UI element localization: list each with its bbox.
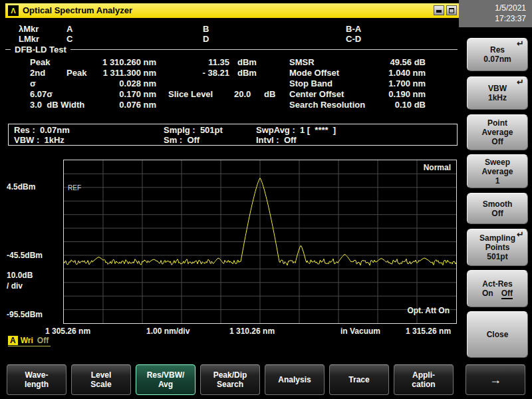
menu-label: Search — [217, 380, 243, 389]
osa-screen: Λ Optical Spectrum Analyzer 1/5/2021 17:… — [0, 0, 532, 399]
window-titlebar[interactable]: Λ Optical Spectrum Analyzer — [5, 3, 459, 18]
sampling-points-button[interactable]: ↵ Sampling Points 501pt — [467, 229, 528, 266]
y-axis-mid-label: -45.5dBm — [7, 251, 43, 260]
menu-application[interactable]: Appli- cation — [394, 364, 454, 395]
analysis-row-sigma: σ 0.028 nm — [30, 78, 309, 89]
button-label: Points — [485, 243, 510, 252]
row-wavelength: 0.170 nm — [50, 89, 156, 99]
point-average-button[interactable]: Point Average Off — [467, 114, 528, 150]
trace-plot — [64, 160, 456, 323]
button-value: 501pt — [487, 252, 507, 261]
wavelength-marker-row: λMkr A B B-A — [19, 24, 451, 34]
on-option[interactable]: On — [482, 289, 493, 298]
ref-level-label: REF — [68, 184, 81, 192]
row-wavelength: 0.076 nm — [50, 100, 156, 110]
marker-b-label: B — [203, 24, 209, 34]
level-marker-row: LMkr C D C-D — [19, 34, 451, 44]
res-setting: Res : 0.07nm — [14, 125, 70, 135]
menu-level-scale[interactable]: Level Scale — [71, 364, 131, 395]
menu-more-button[interactable]: → — [466, 364, 525, 395]
menu-label: cation — [412, 380, 435, 389]
minimize-icon — [436, 10, 442, 13]
recall-arrow-icon: ↵ — [517, 39, 524, 49]
minimize-button[interactable] — [434, 5, 444, 15]
menu-peak-dip-search[interactable]: Peak/Dip Search — [200, 364, 260, 395]
row-wavelength: 1 310.260 nm — [50, 57, 156, 67]
analysis-row-smsr: SMSR 49.56 dB — [289, 57, 429, 68]
close-button[interactable]: Close — [467, 311, 528, 358]
row-value: 0.10 dB — [359, 100, 426, 110]
analysis-row-stop-band: Stop Band 1.700 nm — [289, 78, 429, 89]
analysis-row-center-offset: Center Offset 0.190 nm — [289, 89, 429, 100]
smooth-button[interactable]: Smooth Off — [467, 193, 528, 224]
row-wavelength: 1 311.300 nm — [50, 68, 156, 78]
date-label: 1/5/2021 — [465, 3, 526, 13]
row-value: 1.040 nm — [359, 68, 426, 78]
marker-c-label: C — [66, 34, 72, 44]
optical-attenuator-label: Opt. Att On — [407, 306, 450, 315]
button-label: Sampling — [479, 233, 515, 243]
x-axis-center-label: 1 310.26 nm — [229, 327, 275, 336]
lambda-marker-label: λMkr — [19, 24, 39, 34]
menu-trace[interactable]: Trace — [329, 364, 389, 395]
row-wavelength: 0.028 nm — [50, 78, 156, 88]
marker-readout: λMkr A B B-A LMkr C D C-D — [19, 24, 451, 45]
trace-write-label: Wri — [21, 336, 33, 345]
trace-state-label: Off — [37, 336, 49, 345]
sweep-average-button[interactable]: Sweep Average 1 — [467, 154, 528, 188]
vbw-button[interactable]: ↵ VBW 1kHz — [467, 76, 528, 110]
y-axis-scale-label: 10.0dB — [7, 271, 33, 280]
act-res-button[interactable]: Act-Res OnOff — [467, 270, 528, 307]
analysis-row-6sigma: 6.07σ 0.170 nm Slice Level 20.0 dB — [30, 89, 309, 100]
menu-label: Analysis — [278, 375, 311, 384]
row-label: SMSR — [289, 57, 315, 67]
menu-label: Appli- — [412, 370, 435, 380]
analysis-row-2nd-peak: 2nd Peak 1 311.300 nm - 38.21 dBm — [30, 68, 309, 78]
trace-legend: AWriOff — [8, 336, 51, 346]
button-value: Off — [491, 209, 503, 218]
off-option[interactable]: Off — [501, 289, 513, 299]
sweep-settings-box: Res : 0.07nm Smplg : 501pt SwpAvg : 1 [ … — [8, 124, 458, 146]
analysis-row-search-resolution: Search Resolution 0.10 dB — [289, 100, 429, 110]
row-level: - 38.21 — [166, 68, 229, 78]
res-button[interactable]: ↵ Res 0.07nm — [467, 38, 528, 71]
button-label: Average — [482, 128, 513, 137]
analysis-row-peak: Peak 1 310.260 nm 11.35 dBm — [30, 57, 309, 68]
grid-lines — [64, 160, 456, 323]
x-axis-div-label: 1.00 nm/div — [146, 327, 190, 336]
marker-d-label: D — [203, 34, 209, 44]
menu-label: length — [25, 380, 49, 389]
analysis-row-mode-offset: Mode Offset 1.040 nm — [289, 68, 429, 78]
spectrum-graph: Normal REF Opt. Att On — [63, 160, 457, 324]
menu-wavelength[interactable]: Wave- length — [7, 364, 66, 395]
x-axis-vacuum-label: in Vacuum — [340, 327, 380, 336]
app-logo-icon: Λ — [8, 5, 19, 16]
marker-ba-label: B-A — [346, 24, 361, 34]
row-unit: dBm — [237, 68, 257, 78]
y-axis-bottom-label: -95.5dBm — [7, 310, 43, 319]
button-label: Sweep — [485, 158, 510, 167]
marker-a-label: A — [66, 24, 72, 34]
analysis-row-db-width: 3.0 dB Width 0.076 nm — [30, 100, 309, 110]
time-label: 17:23:37 — [465, 13, 526, 24]
on-off-selector: OnOff — [478, 289, 517, 298]
row-level: 11.35 — [166, 57, 229, 67]
menu-analysis[interactable]: Analysis — [265, 364, 325, 395]
level-marker-label: LMkr — [19, 34, 39, 44]
row-label: Search Resolution — [289, 100, 365, 110]
menu-label: Avg — [158, 380, 173, 389]
button-label: Average — [482, 167, 513, 176]
menu-label: Res/VBW/ — [147, 370, 185, 380]
smooth-setting: Sm : Off — [164, 135, 200, 145]
row-value: 1.700 nm — [359, 78, 426, 88]
sampling-setting: Smplg : 501pt — [164, 125, 223, 135]
row-unit: dBm — [237, 57, 257, 67]
vbw-setting: VBW : 1kHz — [14, 135, 65, 145]
window-title: Optical Spectrum Analyzer — [23, 3, 132, 18]
maximize-button[interactable] — [446, 5, 457, 15]
right-arrow-icon: → — [489, 375, 501, 384]
x-axis-start-label: 1 305.26 nm — [45, 327, 90, 336]
row-label: σ — [30, 78, 36, 88]
marker-cd-label: C-D — [346, 34, 361, 44]
menu-res-vbw-avg[interactable]: Res/VBW/ Avg — [136, 364, 196, 395]
